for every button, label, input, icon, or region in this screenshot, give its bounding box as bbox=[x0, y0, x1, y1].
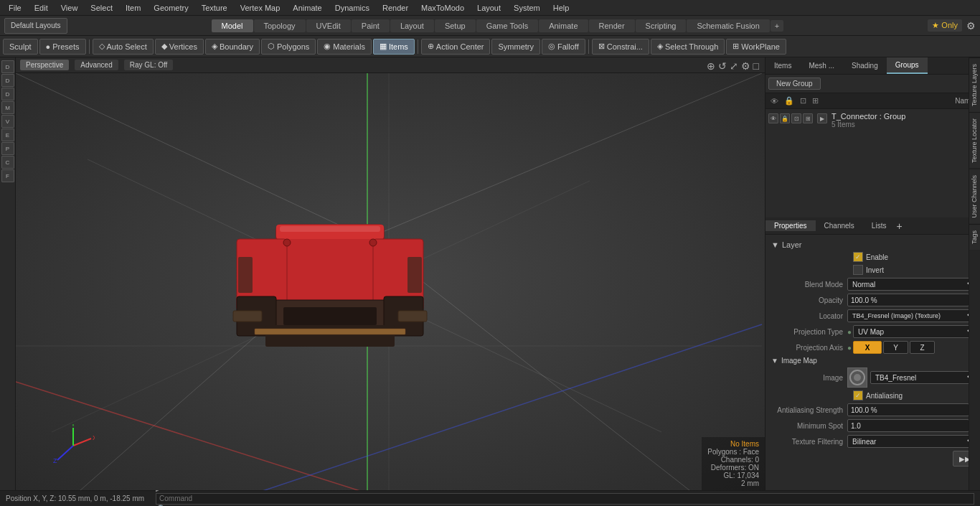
boundary-button[interactable]: ◈ Boundary bbox=[205, 39, 260, 55]
props-tab-lists[interactable]: Lists bbox=[863, 220, 895, 231]
workplane-button[interactable]: ⊞ WorkPlane bbox=[726, 39, 786, 55]
menu-render[interactable]: Render bbox=[377, 2, 414, 14]
projection-type-select[interactable]: UV Map bbox=[853, 325, 977, 338]
menu-file[interactable]: File bbox=[3, 2, 27, 14]
star-only-button[interactable]: ★ Only bbox=[928, 19, 962, 32]
materials-button[interactable]: ◉ Materials bbox=[317, 39, 372, 55]
viewport[interactable]: X Y Z No Items Polygons : Face Channels:… bbox=[16, 73, 765, 490]
invert-checkbox[interactable] bbox=[853, 265, 863, 275]
auto-select-button[interactable]: ◇ Auto Select bbox=[93, 39, 154, 55]
menu-view[interactable]: View bbox=[55, 2, 84, 14]
enable-checkbox[interactable]: ✓ bbox=[853, 252, 863, 262]
viewport-tab-advanced[interactable]: Advanced bbox=[75, 60, 118, 70]
antialiasing-checkbox[interactable]: ✓ bbox=[853, 390, 863, 400]
rp-tab-items[interactable]: Items bbox=[765, 57, 800, 74]
gi-render-icon[interactable]: ⊡ bbox=[791, 113, 801, 123]
layout-tab-schematic-fusion[interactable]: Schematic Fusion bbox=[687, 19, 769, 32]
wire-icon[interactable]: ⊞ bbox=[810, 95, 821, 106]
polygons-button[interactable]: ⬡ Polygons bbox=[261, 39, 316, 55]
gi-wire-icon[interactable]: ⊞ bbox=[803, 113, 813, 123]
lock-icon[interactable]: 🔒 bbox=[782, 95, 796, 106]
layout-tab-scripting[interactable]: Scripting bbox=[636, 19, 687, 32]
settings-icon[interactable]: ⚙ bbox=[966, 20, 976, 32]
sidebar-btn-5[interactable]: V bbox=[1, 115, 14, 128]
layout-tab-add[interactable]: + bbox=[771, 20, 783, 32]
constraints-button[interactable]: ⊠ Constrai... bbox=[592, 39, 649, 55]
sidebar-btn-7[interactable]: P bbox=[1, 142, 14, 155]
group-item[interactable]: 👁 🔒 ⊡ ⊞ ▶ T_Connector : Group 5 Items bbox=[765, 109, 980, 131]
menu-maxtomodo[interactable]: MaxToModo bbox=[415, 2, 470, 14]
layout-tab-setup[interactable]: Setup bbox=[435, 19, 476, 32]
new-group-button[interactable]: New Group bbox=[768, 78, 821, 90]
viewport-tab-perspective[interactable]: Perspective bbox=[20, 60, 69, 70]
edge-tab-texture-layers[interactable]: Texture Layers bbox=[969, 57, 980, 112]
viewport-icon-crosshair[interactable]: ⊕ bbox=[707, 60, 715, 72]
rp-tab-groups[interactable]: Groups bbox=[887, 57, 928, 74]
layout-tab-topology[interactable]: Topology bbox=[254, 19, 306, 32]
axis-z-input[interactable] bbox=[910, 341, 935, 354]
blend-mode-select[interactable]: Normal bbox=[847, 278, 977, 291]
menu-geometry[interactable]: Geometry bbox=[148, 2, 194, 14]
texture-filtering-select[interactable]: Bilinear bbox=[847, 435, 977, 448]
edge-tab-user-channels[interactable]: User Channels bbox=[969, 169, 980, 224]
edge-tab-tags[interactable]: Tags bbox=[969, 224, 980, 250]
sidebar-btn-9[interactable]: F bbox=[1, 169, 14, 182]
viewport-icon-rotate[interactable]: ↺ bbox=[718, 60, 727, 72]
eye-icon[interactable]: 👁 bbox=[768, 96, 781, 106]
sidebar-btn-6[interactable]: E bbox=[1, 128, 14, 141]
sidebar-btn-1[interactable]: D bbox=[1, 60, 14, 73]
layout-tab-model[interactable]: Model bbox=[212, 19, 253, 32]
falloff-button[interactable]: ◎ Falloff bbox=[542, 39, 585, 55]
menu-system[interactable]: System bbox=[508, 2, 546, 14]
sidebar-btn-2[interactable]: D bbox=[1, 74, 14, 87]
menu-select[interactable]: Select bbox=[85, 2, 118, 14]
image-select[interactable]: TB4_Fresnel bbox=[870, 371, 977, 384]
gi-lock-icon[interactable]: 🔒 bbox=[780, 113, 790, 123]
layout-tab-animate[interactable]: Animate bbox=[539, 19, 588, 32]
sidebar-btn-3[interactable]: D bbox=[1, 88, 14, 100]
minimum-spot-input[interactable] bbox=[847, 419, 969, 432]
rp-tab-shading[interactable]: Shading bbox=[843, 57, 887, 74]
viewport-icon-maximize[interactable]: □ bbox=[753, 60, 759, 72]
viewport-tab-raygl[interactable]: Ray GL: Off bbox=[124, 60, 174, 70]
command-input[interactable] bbox=[156, 493, 974, 505]
render-icon[interactable]: ⊡ bbox=[798, 95, 809, 106]
opacity-input[interactable] bbox=[847, 294, 969, 306]
menu-item[interactable]: Item bbox=[120, 2, 146, 14]
menu-help[interactable]: Help bbox=[547, 2, 575, 14]
axis-x-input[interactable] bbox=[853, 341, 882, 354]
props-tab-properties[interactable]: Properties bbox=[765, 220, 816, 231]
layout-tab-paint[interactable]: Paint bbox=[352, 19, 390, 32]
axis-y-input[interactable] bbox=[883, 341, 908, 354]
props-tab-add[interactable]: + bbox=[896, 220, 902, 232]
props-tab-channels[interactable]: Channels bbox=[816, 220, 863, 231]
gi-expand-icon[interactable]: ▶ bbox=[817, 113, 827, 123]
layout-tab-game-tools[interactable]: Game Tools bbox=[476, 19, 539, 32]
select-through-button[interactable]: ◈ Select Through bbox=[651, 39, 725, 55]
antialiasing-strength-input[interactable] bbox=[847, 403, 969, 416]
edge-tab-texture-locator[interactable]: Texture Locator bbox=[969, 112, 980, 169]
gi-eye-icon[interactable]: 👁 bbox=[768, 113, 778, 123]
presets-button[interactable]: ● Presets bbox=[39, 39, 86, 55]
layout-tab-layout[interactable]: Layout bbox=[390, 19, 434, 32]
menu-layout[interactable]: Layout bbox=[471, 2, 507, 14]
viewport-icon-expand[interactable]: ⤢ bbox=[730, 60, 738, 72]
menu-texture[interactable]: Texture bbox=[196, 2, 233, 14]
layout-dropdown[interactable]: Default Layouts bbox=[4, 18, 67, 34]
sidebar-btn-4[interactable]: M bbox=[1, 101, 14, 114]
menu-edit[interactable]: Edit bbox=[29, 2, 54, 14]
action-center-button[interactable]: ⊕ Action Center bbox=[421, 39, 491, 55]
locator-select[interactable]: TB4_Fresnel (Image) (Texture) bbox=[847, 309, 977, 322]
viewport-icon-settings[interactable]: ⚙ bbox=[741, 60, 750, 72]
image-map-collapse-icon[interactable]: ▼ bbox=[771, 357, 778, 365]
vertices-button[interactable]: ◆ Vertices bbox=[155, 39, 204, 55]
menu-dynamics[interactable]: Dynamics bbox=[329, 2, 375, 14]
menu-vertex-map[interactable]: Vertex Map bbox=[235, 2, 286, 14]
layer-collapse-icon[interactable]: ▼ bbox=[771, 240, 779, 249]
layout-tab-uvedit[interactable]: UVEdit bbox=[306, 19, 351, 32]
items-button[interactable]: ▦ Items bbox=[373, 39, 415, 55]
sculpt-button[interactable]: Sculpt bbox=[3, 39, 38, 55]
symmetry-button[interactable]: Symmetry bbox=[491, 39, 540, 55]
rp-tab-mesh[interactable]: Mesh ... bbox=[800, 57, 843, 74]
layout-tab-render[interactable]: Render bbox=[589, 19, 635, 32]
